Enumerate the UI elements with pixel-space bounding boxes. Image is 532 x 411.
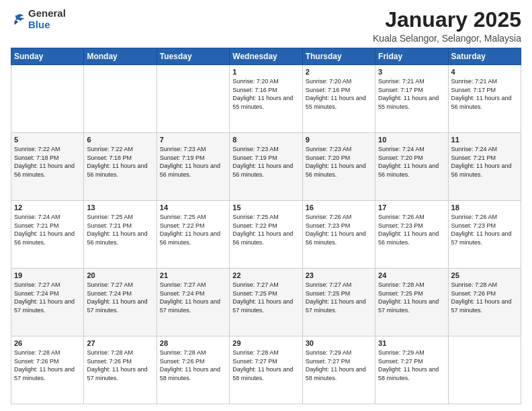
table-row: 28Sunrise: 7:28 AMSunset: 7:26 PMDayligh… <box>157 336 229 404</box>
day-info: Sunrise: 7:28 AMSunset: 7:27 PMDaylight:… <box>232 349 299 382</box>
location: Kuala Selangor, Selangor, Malaysia <box>373 33 521 44</box>
day-info: Sunrise: 7:21 AMSunset: 7:17 PMDaylight:… <box>451 77 518 111</box>
table-row <box>11 65 84 133</box>
day-info: Sunrise: 7:28 AMSunset: 7:26 PMDaylight:… <box>160 349 226 382</box>
table-row: 5Sunrise: 7:22 AMSunset: 7:18 PMDaylight… <box>11 133 84 201</box>
table-row: 14Sunrise: 7:25 AMSunset: 7:22 PMDayligh… <box>157 201 229 269</box>
day-number: 6 <box>87 136 153 144</box>
calendar-week-row: 12Sunrise: 7:24 AMSunset: 7:21 PMDayligh… <box>11 201 521 269</box>
day-info: Sunrise: 7:29 AMSunset: 7:27 PMDaylight:… <box>306 349 372 382</box>
day-number: 12 <box>14 203 81 212</box>
table-row: 21Sunrise: 7:27 AMSunset: 7:24 PMDayligh… <box>157 269 229 336</box>
day-info: Sunrise: 7:26 AMSunset: 7:23 PMDaylight:… <box>451 213 518 246</box>
day-info: Sunrise: 7:25 AMSunset: 7:22 PMDaylight:… <box>232 213 299 246</box>
day-info: Sunrise: 7:27 AMSunset: 7:25 PMDaylight:… <box>306 281 372 314</box>
day-number: 5 <box>14 136 81 144</box>
day-info: Sunrise: 7:23 AMSunset: 7:19 PMDaylight:… <box>232 145 299 179</box>
table-row: 16Sunrise: 7:26 AMSunset: 7:23 PMDayligh… <box>302 201 375 269</box>
logo-text: General Blue <box>28 8 66 30</box>
day-info: Sunrise: 7:22 AMSunset: 7:18 PMDaylight:… <box>87 145 153 179</box>
header: General Blue January 2025 Kuala Selangor… <box>11 8 521 44</box>
logo: General Blue <box>11 8 66 30</box>
table-row: 17Sunrise: 7:26 AMSunset: 7:23 PMDayligh… <box>375 201 448 269</box>
table-row: 12Sunrise: 7:24 AMSunset: 7:21 PMDayligh… <box>11 201 84 269</box>
table-row: 30Sunrise: 7:29 AMSunset: 7:27 PMDayligh… <box>302 336 375 404</box>
day-info: Sunrise: 7:25 AMSunset: 7:22 PMDaylight:… <box>160 213 226 246</box>
calendar-week-row: 19Sunrise: 7:27 AMSunset: 7:24 PMDayligh… <box>11 269 521 336</box>
calendar-week-row: 26Sunrise: 7:28 AMSunset: 7:26 PMDayligh… <box>11 336 521 404</box>
day-info: Sunrise: 7:20 AMSunset: 7:16 PMDaylight:… <box>306 77 372 111</box>
day-number: 3 <box>378 68 445 76</box>
day-number: 1 <box>232 68 299 76</box>
table-row: 3Sunrise: 7:21 AMSunset: 7:17 PMDaylight… <box>375 65 448 133</box>
day-number: 17 <box>378 203 445 212</box>
logo-bird-icon <box>11 12 26 27</box>
day-info: Sunrise: 7:23 AMSunset: 7:19 PMDaylight:… <box>160 145 226 179</box>
day-number: 28 <box>160 339 226 347</box>
day-number: 20 <box>87 271 153 279</box>
day-info: Sunrise: 7:25 AMSunset: 7:21 PMDaylight:… <box>87 213 153 246</box>
table-row: 31Sunrise: 7:29 AMSunset: 7:27 PMDayligh… <box>375 336 448 404</box>
table-row: 9Sunrise: 7:23 AMSunset: 7:20 PMDaylight… <box>302 133 375 201</box>
day-number: 18 <box>451 203 518 212</box>
day-info: Sunrise: 7:26 AMSunset: 7:23 PMDaylight:… <box>378 213 445 246</box>
table-row: 29Sunrise: 7:28 AMSunset: 7:27 PMDayligh… <box>230 336 302 404</box>
day-number: 15 <box>232 203 299 212</box>
col-wednesday: Wednesday <box>230 48 302 65</box>
day-info: Sunrise: 7:28 AMSunset: 7:26 PMDaylight:… <box>451 281 518 314</box>
col-thursday: Thursday <box>302 48 375 65</box>
day-info: Sunrise: 7:22 AMSunset: 7:18 PMDaylight:… <box>14 145 81 179</box>
table-row: 2Sunrise: 7:20 AMSunset: 7:16 PMDaylight… <box>302 65 375 133</box>
day-number: 10 <box>378 136 445 144</box>
day-number: 31 <box>378 339 445 347</box>
col-sunday: Sunday <box>11 48 84 65</box>
day-info: Sunrise: 7:23 AMSunset: 7:20 PMDaylight:… <box>306 145 372 179</box>
table-row: 27Sunrise: 7:28 AMSunset: 7:26 PMDayligh… <box>84 336 157 404</box>
day-info: Sunrise: 7:24 AMSunset: 7:20 PMDaylight:… <box>378 145 445 179</box>
day-number: 16 <box>306 203 372 212</box>
day-info: Sunrise: 7:21 AMSunset: 7:17 PMDaylight:… <box>378 77 445 111</box>
col-saturday: Saturday <box>448 48 521 65</box>
table-row: 15Sunrise: 7:25 AMSunset: 7:22 PMDayligh… <box>230 201 302 269</box>
calendar-header-row: Sunday Monday Tuesday Wednesday Thursday… <box>11 48 521 65</box>
day-number: 9 <box>306 136 372 144</box>
day-number: 22 <box>232 271 299 279</box>
calendar-week-row: 5Sunrise: 7:22 AMSunset: 7:18 PMDaylight… <box>11 133 521 201</box>
day-info: Sunrise: 7:20 AMSunset: 7:16 PMDaylight:… <box>232 77 299 111</box>
day-info: Sunrise: 7:27 AMSunset: 7:24 PMDaylight:… <box>87 281 153 314</box>
day-number: 7 <box>160 136 226 144</box>
table-row: 23Sunrise: 7:27 AMSunset: 7:25 PMDayligh… <box>302 269 375 336</box>
table-row: 10Sunrise: 7:24 AMSunset: 7:20 PMDayligh… <box>375 133 448 201</box>
day-info: Sunrise: 7:27 AMSunset: 7:24 PMDaylight:… <box>160 281 226 314</box>
day-number: 29 <box>232 339 299 347</box>
page: General Blue January 2025 Kuala Selangor… <box>0 0 532 411</box>
table-row: 8Sunrise: 7:23 AMSunset: 7:19 PMDaylight… <box>230 133 302 201</box>
day-number: 24 <box>378 271 445 279</box>
day-info: Sunrise: 7:28 AMSunset: 7:26 PMDaylight:… <box>14 349 81 382</box>
col-monday: Monday <box>84 48 157 65</box>
table-row: 24Sunrise: 7:28 AMSunset: 7:25 PMDayligh… <box>375 269 448 336</box>
day-info: Sunrise: 7:29 AMSunset: 7:27 PMDaylight:… <box>378 349 445 382</box>
day-info: Sunrise: 7:26 AMSunset: 7:23 PMDaylight:… <box>306 213 372 246</box>
table-row: 11Sunrise: 7:24 AMSunset: 7:21 PMDayligh… <box>448 133 521 201</box>
day-number: 23 <box>306 271 372 279</box>
day-info: Sunrise: 7:28 AMSunset: 7:26 PMDaylight:… <box>87 349 153 382</box>
table-row: 6Sunrise: 7:22 AMSunset: 7:18 PMDaylight… <box>84 133 157 201</box>
day-number: 13 <box>87 203 153 212</box>
day-number: 4 <box>451 68 518 76</box>
logo-general: General <box>28 7 66 19</box>
table-row: 1Sunrise: 7:20 AMSunset: 7:16 PMDaylight… <box>230 65 302 133</box>
day-number: 2 <box>306 68 372 76</box>
day-info: Sunrise: 7:24 AMSunset: 7:21 PMDaylight:… <box>14 213 81 246</box>
table-row: 4Sunrise: 7:21 AMSunset: 7:17 PMDaylight… <box>448 65 521 133</box>
table-row <box>84 65 157 133</box>
col-tuesday: Tuesday <box>157 48 229 65</box>
table-row: 20Sunrise: 7:27 AMSunset: 7:24 PMDayligh… <box>84 269 157 336</box>
table-row <box>157 65 229 133</box>
calendar-table: Sunday Monday Tuesday Wednesday Thursday… <box>11 48 521 404</box>
month-title: January 2025 <box>373 8 521 32</box>
table-row: 13Sunrise: 7:25 AMSunset: 7:21 PMDayligh… <box>84 201 157 269</box>
day-info: Sunrise: 7:24 AMSunset: 7:21 PMDaylight:… <box>451 145 518 179</box>
table-row: 22Sunrise: 7:27 AMSunset: 7:25 PMDayligh… <box>230 269 302 336</box>
day-number: 11 <box>451 136 518 144</box>
